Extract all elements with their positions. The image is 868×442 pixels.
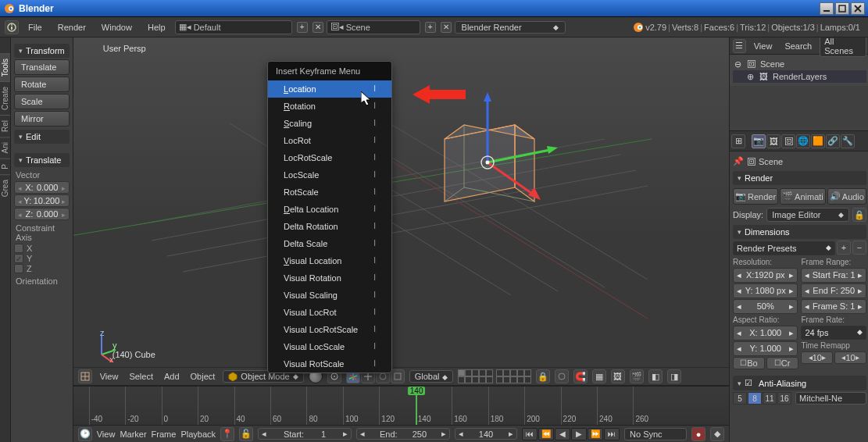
- viewport-menu-select[interactable]: Select: [126, 370, 156, 383]
- outliner-search-menu[interactable]: Search: [780, 40, 816, 52]
- frame-step-field[interactable]: ◂Frame S: 1▸: [801, 299, 866, 314]
- layers-selector[interactable]: [458, 369, 531, 383]
- proportional-edit-icon[interactable]: [555, 369, 569, 383]
- minimize-button[interactable]: [820, 2, 834, 15]
- remap-old-field[interactable]: ◂ 10 ▸: [801, 351, 833, 364]
- panel-transform-header[interactable]: Transform: [14, 44, 70, 58]
- panel-translate-op-header[interactable]: Translate: [14, 153, 70, 167]
- editor-type-info-icon[interactable]: [5, 20, 19, 34]
- tab-physics[interactable]: P: [0, 159, 10, 174]
- fps-selector[interactable]: 24 fps◆: [801, 326, 866, 340]
- keyframe-menu-item[interactable]: LocRotScaleI: [268, 149, 391, 166]
- aa-filter-selector[interactable]: Mitchell-Ne: [795, 392, 866, 405]
- keyframe-menu-item[interactable]: Visual RotationI: [268, 269, 391, 287]
- crop-check[interactable]: ☐ Cr: [766, 357, 798, 369]
- close-button[interactable]: [851, 2, 865, 15]
- render-engine-selector[interactable]: Blender Render◆: [455, 21, 566, 34]
- aa-sample-11[interactable]: 11: [763, 392, 777, 405]
- keyframe-menu-item[interactable]: Delta ScaleI: [268, 235, 391, 252]
- layout-add-button[interactable]: +: [297, 22, 308, 33]
- vector-z-field[interactable]: Z:0.000: [14, 208, 70, 220]
- timeline-area[interactable]: -40-200204060801001201401601802002202402…: [73, 386, 729, 425]
- end-frame-field-props[interactable]: ◂End F: 250▸: [801, 283, 866, 298]
- aa-sample-8[interactable]: 8: [748, 392, 762, 405]
- editor-type-timeline-icon[interactable]: 🕑: [78, 427, 92, 441]
- scene-remove-button[interactable]: ✕: [441, 22, 452, 33]
- keyframe-menu-item[interactable]: Visual LocScaleI: [268, 338, 391, 355]
- keyframe-menu-item[interactable]: Visual ScalingI: [268, 287, 391, 304]
- tab-grease[interactable]: Grea: [0, 174, 10, 201]
- menu-file[interactable]: File: [22, 21, 48, 34]
- current-frame-field[interactable]: ◂140▸: [455, 428, 517, 440]
- render-animation-button[interactable]: 🎬Animati: [780, 188, 826, 205]
- aa-sample-5[interactable]: 5: [733, 392, 747, 405]
- panel-render-header[interactable]: Render: [733, 171, 866, 185]
- menu-render[interactable]: Render: [52, 21, 92, 34]
- 3d-viewport[interactable]: User Persp (140) Cube: [73, 37, 729, 367]
- screen-layout-selector[interactable]: ▦◂ Default: [175, 20, 292, 34]
- layout-remove-button[interactable]: ✕: [313, 22, 323, 33]
- editor-type-outliner-icon[interactable]: ☰: [733, 39, 746, 53]
- jump-end-button[interactable]: ⏭: [604, 428, 620, 440]
- keyframe-menu-item[interactable]: RotScaleI: [268, 184, 391, 201]
- start-frame-field-props[interactable]: ◂Start Fra: 1▸: [801, 268, 866, 283]
- end-frame-field[interactable]: ◂End:250▸: [356, 428, 450, 440]
- editor-type-properties-icon[interactable]: ⊞: [731, 134, 745, 148]
- prop-tab-constraint[interactable]: 🔗: [826, 134, 840, 148]
- viewport-menu-view[interactable]: View: [97, 370, 122, 383]
- marker-icon[interactable]: 📍: [220, 427, 234, 441]
- keyframe-menu-item[interactable]: Visual LocationI: [268, 252, 391, 269]
- menu-help[interactable]: Help: [141, 21, 172, 34]
- keyframe-menu-item[interactable]: LocScaleI: [268, 166, 391, 184]
- play-audio-button[interactable]: 🔊Audio: [827, 188, 866, 205]
- aspect-x-field[interactable]: ◂X: 1.000▸: [733, 326, 798, 340]
- constraint-y-checkbox[interactable]: [14, 254, 23, 263]
- resolution-pct-field[interactable]: ◂50%▸: [733, 299, 798, 314]
- editor-type-3dview-icon[interactable]: [78, 369, 92, 383]
- keyframe-menu-item[interactable]: Delta LocationI: [268, 201, 391, 218]
- outliner-scene-row[interactable]: ⊖🞖Scene: [733, 58, 866, 70]
- resolution-x-field[interactable]: ◂X:1920 px▸: [733, 268, 798, 283]
- prop-tab-scene[interactable]: 🞖: [781, 134, 795, 148]
- lock-ui-icon[interactable]: 🔒: [852, 208, 866, 222]
- outliner-renderlayers-row[interactable]: ⊕🖼RenderLayers: [733, 70, 866, 83]
- vector-x-field[interactable]: X:0.000: [14, 181, 70, 194]
- keyframe-menu-item[interactable]: LocRotI: [268, 132, 391, 149]
- render-preview-icon[interactable]: 🖼: [611, 369, 625, 383]
- aa-sample-16[interactable]: 16: [777, 392, 791, 405]
- outliner-scope-selector[interactable]: All Scenes: [820, 35, 866, 57]
- keyframe-menu-item[interactable]: Delta RotationI: [268, 218, 391, 235]
- lock-camera-icon[interactable]: 🔒: [536, 369, 550, 383]
- vector-y-field[interactable]: Y:10.200: [14, 194, 70, 207]
- prev-key-button[interactable]: ⏪: [538, 428, 554, 440]
- prop-tab-object[interactable]: 🟧: [811, 134, 825, 148]
- start-frame-field[interactable]: ◂Start:1▸: [258, 428, 352, 440]
- panel-aa-header[interactable]: ☑Anti-Aliasing: [733, 376, 866, 390]
- scale-button[interactable]: Scale: [14, 94, 70, 109]
- keyframe-menu-item[interactable]: ScalingI: [268, 115, 391, 132]
- pin-icon[interactable]: 📌: [733, 156, 744, 166]
- keyframe-menu-item[interactable]: Visual LocRotI: [268, 304, 391, 321]
- prop-tab-modifier[interactable]: 🔧: [841, 134, 855, 148]
- preset-add-button[interactable]: +: [837, 241, 851, 255]
- key-type-icon[interactable]: ◆: [710, 427, 724, 441]
- timeline-playhead[interactable]: 140: [416, 387, 417, 425]
- panel-dimensions-header[interactable]: Dimensions: [733, 225, 866, 239]
- timeline-menu-marker[interactable]: Marker: [120, 430, 146, 439]
- prop-tab-render[interactable]: 📷: [752, 134, 766, 148]
- border-check[interactable]: ☐ Bo: [733, 357, 765, 369]
- constraint-x-checkbox[interactable]: [14, 244, 23, 253]
- render-presets-selector[interactable]: Render Presets◆: [733, 241, 835, 255]
- jump-start-button[interactable]: ⏮: [522, 428, 538, 440]
- sync-selector[interactable]: No Sync: [624, 428, 687, 440]
- scene-path-name[interactable]: Scene: [759, 157, 783, 166]
- panel-edit-header[interactable]: Edit: [14, 130, 70, 144]
- aspect-y-field[interactable]: ◂Y: 1.000▸: [733, 341, 798, 356]
- auto-key-icon[interactable]: ●: [691, 427, 705, 441]
- constraint-z-checkbox[interactable]: [14, 264, 23, 273]
- tab-relations[interactable]: Rel: [0, 115, 10, 137]
- tab-animation[interactable]: Ani: [0, 137, 10, 158]
- timeline-menu-frame[interactable]: Frame: [152, 430, 177, 439]
- timeline-menu-playback[interactable]: Playback: [180, 430, 216, 439]
- transform-orientation-selector[interactable]: Global ◆: [409, 370, 453, 383]
